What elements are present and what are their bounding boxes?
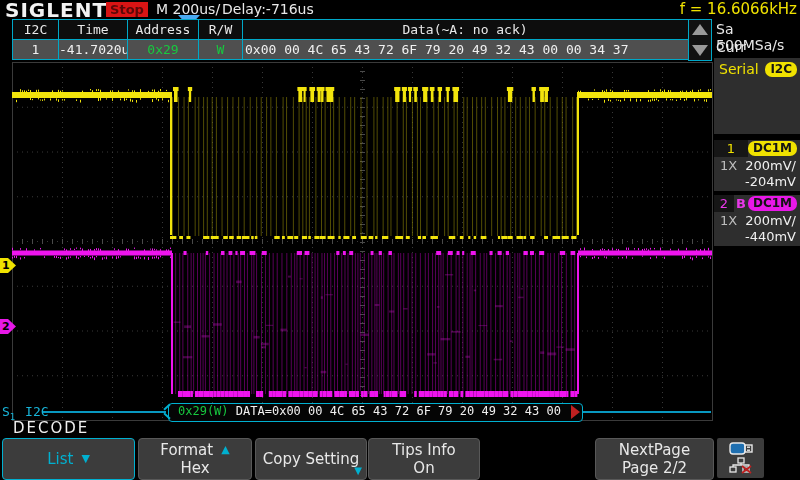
serial-status-box[interactable]: Serial I2C xyxy=(714,58,800,134)
cell-rw: W xyxy=(199,40,243,59)
channel2-offset: -440mV xyxy=(714,229,800,245)
channel2-scale: 200mV/ xyxy=(745,212,796,229)
tips-info-label: Tips Info xyxy=(392,441,455,459)
list-button[interactable]: List▼ xyxy=(2,438,135,480)
col-header-time: Time xyxy=(59,20,128,39)
menu-title: DECODE xyxy=(13,419,89,437)
copy-setting-label: Copy Setting xyxy=(263,450,360,468)
decode-list-table: I2C Time Address R/W Data(~A: no ack) 1 … xyxy=(12,19,690,60)
next-page-value: Page 2/2 xyxy=(622,459,687,477)
format-button-label: Format xyxy=(160,441,213,459)
channel2-status-box[interactable]: 2 B DC1M 1X 200mV/ -440mV xyxy=(714,195,800,246)
channel1-number: 1 xyxy=(714,140,748,157)
acquisition-status-badge[interactable]: Stop xyxy=(106,2,148,17)
list-button-label: List xyxy=(47,450,73,468)
frame-address: 0x29(W) xyxy=(178,404,229,418)
decoded-frame[interactable]: 0x29(W) DATA=0x00 00 4C 65 43 72 6F 79 2… xyxy=(168,403,583,422)
col-header-address: Address xyxy=(128,20,199,39)
bus-idle-line-left xyxy=(42,411,166,413)
frame-data: DATA=0x00 00 4C 65 43 72 6F 79 20 49 32 … xyxy=(229,404,561,418)
channel2-coupling-badge: DC1M xyxy=(748,196,797,211)
cell-time: -41.7020us xyxy=(59,40,128,59)
trigger-delay-readout[interactable]: Delay:-716us xyxy=(222,1,314,17)
next-page-label: NextPage xyxy=(619,441,690,459)
status-icon-panel xyxy=(717,438,764,478)
lan-disconnected-icon xyxy=(729,457,753,474)
tips-info-button[interactable]: Tips Info On xyxy=(368,438,480,480)
col-header-data: Data(~A: no ack) xyxy=(243,20,687,39)
channel2-probe: 1X xyxy=(720,212,737,229)
channel1-probe: 1X xyxy=(720,157,737,174)
format-button-value: Hex xyxy=(180,459,209,477)
scroll-down-icon[interactable] xyxy=(692,45,708,56)
next-page-button[interactable]: NextPage Page 2/2 xyxy=(595,438,714,480)
dropdown-arrow-icon: ▼ xyxy=(81,450,89,468)
up-arrow-icon: ▲ xyxy=(221,441,229,459)
bus-idle-line-right xyxy=(578,411,711,413)
cell-data: 0x00 00 4C 65 43 72 6F 79 20 49 32 43 00… xyxy=(243,40,689,59)
format-button[interactable]: Format▲ Hex xyxy=(138,438,252,480)
cell-index: 1 xyxy=(13,40,59,59)
usb-device-icon xyxy=(729,442,753,455)
channel1-scale: 200mV/ xyxy=(745,157,796,174)
frequency-counter: f = 16.6066kHz xyxy=(680,0,797,18)
corner-arrow-icon: ▼ xyxy=(354,462,362,480)
col-header-bus: I2C xyxy=(13,20,59,39)
scroll-up-icon[interactable] xyxy=(692,24,708,35)
decode-table-row[interactable]: 1 -41.7020us 0x29 W 0x00 00 4C 65 43 72 … xyxy=(13,40,689,59)
frame-end-arrow-icon xyxy=(571,405,580,419)
table-scrollbar xyxy=(688,19,712,61)
serial-label: Serial xyxy=(719,61,759,77)
channel2-number: 2 xyxy=(714,195,734,212)
channel2-bw-limit: B xyxy=(736,196,746,211)
channel1-offset: -204mV xyxy=(714,174,800,190)
col-header-rw: R/W xyxy=(199,20,243,39)
cell-address: 0x29 xyxy=(128,40,199,59)
frame-start-chevron-icon xyxy=(163,403,171,420)
tips-info-value: On xyxy=(413,459,434,477)
bus-name: I2C xyxy=(25,404,48,419)
serial-bus-badge: I2C xyxy=(765,62,797,77)
oscilloscope-screen: SIGLENT Stop M 200us/ Delay:-716us f = 1… xyxy=(0,0,800,480)
channel1-status-box[interactable]: 1 DC1M 1X 200mV/ -204mV xyxy=(714,140,800,191)
copy-setting-button[interactable]: Copy Setting ▼ xyxy=(255,438,367,480)
bus-label-letter: S xyxy=(2,404,10,419)
channel1-coupling-badge: DC1M xyxy=(748,141,797,156)
decode-table-header: I2C Time Address R/W Data(~A: no ack) xyxy=(13,20,689,40)
